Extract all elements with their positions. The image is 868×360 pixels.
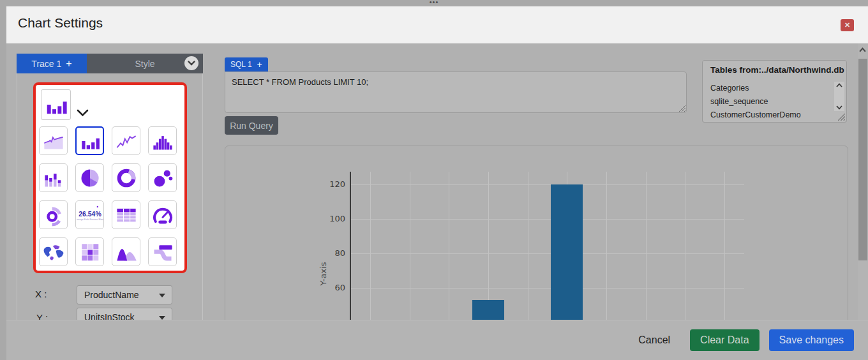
resize-handle-icon[interactable] — [679, 105, 685, 112]
x-gridline — [685, 172, 685, 320]
scrollbar-thumb[interactable] — [858, 59, 867, 260]
chart-type-bar[interactable] — [75, 126, 104, 155]
tables-panel-title: Tables from:../data/Northwind.db — [702, 60, 847, 80]
y-tick-label: 100 — [318, 214, 345, 223]
y-axis-field-label: Y : — [36, 312, 48, 320]
x-gridline — [724, 172, 725, 320]
line-chart-icon — [115, 130, 138, 153]
run-query-button[interactable]: Run Query — [225, 116, 278, 135]
scroll-up-icon[interactable] — [859, 47, 866, 52]
chevron-down-icon — [188, 61, 195, 66]
chart-type-bubble[interactable] — [148, 163, 177, 192]
chart-type-sunburst[interactable] — [39, 200, 68, 229]
bar-120[interactable] — [551, 184, 583, 320]
x-gridline — [410, 172, 410, 320]
chart-type-histogram[interactable] — [148, 126, 177, 155]
y-column-dropdown[interactable]: UnitsInStock — [77, 308, 172, 320]
chart-type-flow[interactable] — [148, 237, 177, 266]
tab-trace-1[interactable]: Trace 1 + — [17, 54, 87, 73]
page-title: Chart Settings — [18, 15, 103, 31]
gauge-icon — [151, 204, 174, 227]
table-icon — [115, 204, 138, 227]
chart-type-trigger[interactable] — [41, 89, 71, 120]
grouped-bar-icon — [42, 167, 65, 190]
bar-chart-icon — [79, 130, 101, 152]
close-button[interactable]: ✕ — [841, 19, 854, 31]
donut-chart-icon — [115, 167, 138, 190]
indicator-value: 26.54% — [79, 209, 101, 217]
pie-chart-icon — [79, 167, 101, 190]
scroll-down-icon[interactable] — [836, 105, 842, 110]
y-tick-label: 120 — [318, 179, 345, 189]
sql-query-input[interactable]: SELECT * FROM Products LIMIT 10; — [225, 71, 687, 113]
bubble-chart-icon — [151, 167, 174, 190]
flow-sankey-icon — [151, 241, 174, 264]
y-tick-label: 80 — [318, 248, 345, 258]
x-gridline — [449, 172, 449, 320]
chart-type-distribution[interactable] — [112, 237, 140, 266]
chart-type-picker: 26.54% Average Profit Previous Month — [33, 82, 187, 273]
bar-chart-icon — [44, 93, 68, 117]
world-map-icon — [41, 240, 66, 264]
chart-type-pie[interactable] — [75, 163, 104, 192]
bar-plot: 6080100120Y-axis — [225, 146, 848, 320]
chart-type-gauge[interactable] — [148, 200, 177, 229]
collapse-panel-button[interactable] — [184, 56, 198, 70]
save-changes-button[interactable]: Save changes — [769, 329, 854, 351]
indicator-kpi-icon: 26.54% Average Profit Previous Month — [77, 202, 103, 229]
drag-handle-dots-icon[interactable]: ••• — [0, 0, 868, 4]
chart-settings-modal: Chart Settings ✕ Trace 1 + Style — [6, 6, 868, 360]
chart-type-grouped-bar[interactable] — [39, 163, 68, 192]
body-scrollbar[interactable] — [858, 43, 868, 320]
histogram-icon — [151, 130, 174, 153]
modal-body: Trace 1 + Style — [6, 43, 868, 320]
tables-scrollbar[interactable] — [834, 82, 844, 111]
modal-footer: Cancel Clear Data Save changes — [6, 320, 868, 360]
sql-tab[interactable]: SQL 1 + — [225, 57, 268, 71]
tab-trace-label: Trace 1 — [31, 59, 61, 69]
indicator-caption: Average Profit Previous Month — [77, 218, 103, 220]
sql-tab-label: SQL 1 — [230, 60, 252, 69]
cancel-button[interactable]: Cancel — [634, 329, 674, 351]
distribution-icon — [115, 241, 138, 264]
chevron-down-icon — [77, 109, 89, 117]
add-sql-tab-icon[interactable]: + — [257, 59, 262, 70]
dropdown-caret-icon — [159, 294, 165, 297]
x-gridline — [646, 172, 647, 320]
chart-type-line[interactable] — [112, 126, 140, 155]
window-top-strip: ••• — [0, 0, 868, 6]
table-list-item[interactable]: sqlite_sequence — [710, 95, 846, 109]
tab-style[interactable]: Style — [87, 54, 203, 73]
modal-header: Chart Settings ✕ — [6, 6, 868, 43]
resize-handle-icon[interactable] — [838, 114, 845, 121]
chart-type-heatmap[interactable] — [75, 237, 104, 266]
chart-type-table[interactable] — [112, 200, 140, 229]
trace-tabbar: Trace 1 + Style — [17, 54, 203, 73]
clear-data-button[interactable]: Clear Data — [690, 329, 759, 351]
x-gridline — [488, 172, 489, 320]
chart-type-area[interactable] — [39, 126, 68, 155]
screen: ••• Chart Settings ✕ Trace 1 + Style — [0, 0, 868, 360]
chart-type-indicator[interactable]: 26.54% Average Profit Previous Month — [75, 200, 104, 229]
y-column-value: UnitsInStock — [84, 312, 135, 320]
scroll-up-icon[interactable] — [836, 83, 842, 87]
tab-style-label: Style — [135, 59, 154, 69]
tables-list: Categoriessqlite_sequenceCustomerCustome… — [702, 80, 847, 123]
x-gridline — [606, 172, 607, 320]
x-axis-field-label: X : — [35, 289, 47, 299]
chart-preview[interactable]: 6080100120Y-axis — [225, 146, 848, 320]
chart-type-donut[interactable] — [112, 163, 140, 192]
table-list-item[interactable]: Categories — [710, 82, 846, 95]
x-gridline — [370, 172, 371, 320]
area-chart-icon — [42, 130, 65, 153]
table-list-item[interactable]: CustomerCustomerDemo — [710, 109, 846, 122]
x-column-dropdown[interactable]: ProductName — [77, 285, 172, 304]
chart-type-choropleth-map[interactable] — [39, 237, 68, 266]
sunburst-chart-icon — [42, 204, 65, 227]
y-axis-line — [350, 172, 351, 320]
add-trace-icon[interactable]: + — [66, 58, 71, 70]
bar-53[interactable] — [472, 300, 504, 320]
chart-type-grid: 26.54% Average Profit Previous Month — [39, 126, 177, 266]
x-gridline — [528, 172, 528, 320]
picker-expand-button[interactable] — [77, 108, 89, 119]
